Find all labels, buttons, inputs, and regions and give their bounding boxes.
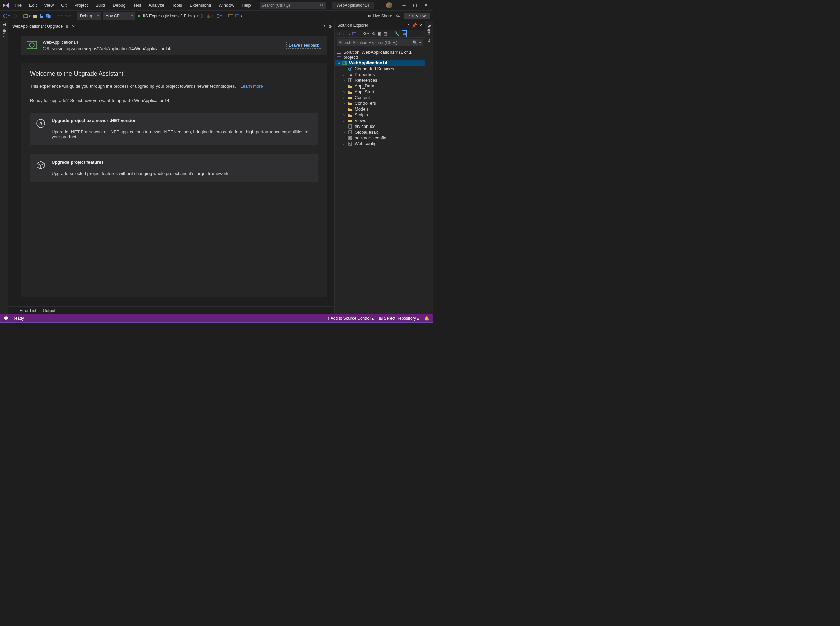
- save-all-button[interactable]: [46, 13, 51, 19]
- menu-window[interactable]: Window: [215, 2, 237, 9]
- start-without-debug-button[interactable]: [201, 13, 204, 19]
- menu-view[interactable]: View: [41, 2, 57, 9]
- tree-node[interactable]: ▷Views: [334, 118, 425, 124]
- nav-back-button[interactable]: ▾: [3, 13, 10, 19]
- switch-views-icon[interactable]: [352, 30, 356, 37]
- upgrade-option-features[interactable]: Upgrade project features Upgrade selecte…: [30, 154, 318, 182]
- explorer-dropdown-icon[interactable]: ▾: [408, 23, 410, 28]
- menu-analyze[interactable]: Analyze: [145, 2, 167, 9]
- learn-more-link[interactable]: Learn more: [240, 84, 263, 89]
- tree-node-label: Models: [354, 106, 369, 111]
- menu-test[interactable]: Test: [130, 2, 145, 9]
- expand-arrow-icon[interactable]: ▷: [342, 102, 345, 105]
- close-button[interactable]: ✕: [423, 3, 428, 8]
- new-item-button[interactable]: ▾: [23, 13, 31, 19]
- collapse-all-icon[interactable]: ▣: [377, 30, 381, 37]
- menu-edit[interactable]: Edit: [26, 2, 40, 9]
- expand-arrow-icon[interactable]: ▷: [342, 90, 345, 94]
- svg-rect-26: [350, 79, 352, 82]
- maximize-button[interactable]: ▢: [412, 3, 417, 8]
- expand-arrow-icon[interactable]: ◢: [337, 61, 340, 65]
- error-list-tab[interactable]: Error List: [17, 307, 39, 314]
- project-node[interactable]: ◢ WebApplication14: [334, 60, 425, 66]
- properties-tab[interactable]: Properties: [425, 21, 433, 315]
- menu-help[interactable]: Help: [238, 2, 254, 9]
- close-tab-icon[interactable]: ✕: [72, 24, 75, 29]
- pending-changes-filter-icon[interactable]: ⟳▾: [364, 30, 369, 37]
- tab-dropdown-icon[interactable]: ▾: [324, 24, 325, 29]
- solution-node[interactable]: Solution 'WebApplication14' (1 of 1 proj…: [334, 49, 425, 60]
- leave-feedback-link[interactable]: Leave Feedback: [286, 42, 322, 49]
- tree-node[interactable]: ▷Scripts: [334, 112, 425, 118]
- menu-debug[interactable]: Debug: [109, 2, 129, 9]
- close-icon[interactable]: ✕: [419, 23, 422, 28]
- expand-arrow-icon[interactable]: ▷: [342, 113, 345, 117]
- menu-project[interactable]: Project: [71, 2, 91, 9]
- forward-icon[interactable]: ▷: [342, 30, 345, 37]
- config-select[interactable]: Debug▾: [77, 12, 101, 20]
- chat-icon[interactable]: 💬: [4, 316, 9, 321]
- tree-node[interactable]: ▷Content: [334, 95, 425, 100]
- refresh-button[interactable]: ▾: [215, 13, 222, 19]
- sync-icon[interactable]: ⟲: [372, 30, 375, 37]
- menu-tools[interactable]: Tools: [169, 2, 186, 9]
- select-repository-button[interactable]: ▦ Select Repository ▴: [379, 316, 419, 321]
- expand-arrow-icon[interactable]: ▷: [342, 142, 345, 146]
- config-icon: [347, 141, 353, 146]
- tree-node[interactable]: ▷Controllers: [334, 100, 425, 106]
- tree-node[interactable]: favicon.ico: [334, 124, 425, 129]
- add-source-control-button[interactable]: ↑ Add to Source Control ▴: [328, 316, 373, 321]
- global-search-input[interactable]: Search (Ctrl+Q): [260, 2, 326, 9]
- preview-button[interactable]: PREVIEW: [404, 13, 430, 19]
- menu-git[interactable]: Git: [58, 2, 70, 9]
- tree-node[interactable]: ▷Web.config: [334, 141, 425, 147]
- menubar: File Edit View Git Project Build Debug T…: [0, 0, 433, 11]
- tree-node[interactable]: ▷App_Start: [334, 89, 425, 95]
- expand-arrow-icon[interactable]: ▷: [342, 79, 345, 82]
- save-button[interactable]: [39, 13, 44, 19]
- pin-icon[interactable]: 📌: [412, 23, 417, 28]
- output-tab[interactable]: Output: [41, 307, 58, 314]
- start-debug-button[interactable]: IIS Express (Microsoft Edge) ▾: [137, 13, 199, 19]
- feedback-icon[interactable]: [396, 13, 400, 19]
- menu-build[interactable]: Build: [92, 2, 108, 9]
- tree-node[interactable]: ▷Properties: [334, 72, 425, 77]
- panel-heading: Welcome to the Upgrade Assistant!: [30, 70, 318, 77]
- expand-arrow-icon[interactable]: ▷: [342, 131, 345, 134]
- document-tab[interactable]: WebApplication14: Upgrade ⊕ ✕: [8, 22, 78, 31]
- editor-column: WebApplication14: Upgrade ⊕ ✕ ▾ ⚙ WebApp…: [8, 21, 334, 315]
- explorer-search-input[interactable]: Search Solution Explorer (Ctrl+;) 🔍▾: [337, 39, 423, 47]
- expand-arrow-icon[interactable]: ▷: [342, 73, 345, 76]
- notifications-icon[interactable]: 🔔: [425, 316, 429, 321]
- tree-node[interactable]: App_Data: [334, 83, 425, 89]
- nav-forward-button[interactable]: [12, 13, 17, 19]
- expand-arrow-icon[interactable]: ▷: [342, 119, 345, 122]
- home-icon[interactable]: ⌂: [347, 30, 350, 37]
- tree-node[interactable]: ▷Global.asax: [334, 129, 425, 135]
- live-share-button[interactable]: Live Share: [367, 13, 392, 19]
- tree-node[interactable]: packages.config: [334, 135, 425, 141]
- pin-icon[interactable]: ⊕: [66, 24, 69, 29]
- expand-arrow-icon[interactable]: ▷: [342, 96, 345, 99]
- browser-link-dashboard-button[interactable]: ▾: [235, 13, 242, 19]
- back-icon[interactable]: ◁: [337, 30, 340, 37]
- minimize-button[interactable]: ─: [402, 3, 406, 8]
- browser-link-button[interactable]: [228, 13, 233, 19]
- tree-node[interactable]: Models: [334, 106, 425, 112]
- toolbox-tab[interactable]: Toolbox: [0, 21, 8, 315]
- platform-select[interactable]: Any CPU▾: [103, 12, 135, 20]
- hot-reload-button[interactable]: 🔥▾: [206, 13, 214, 19]
- open-button[interactable]: [33, 13, 37, 19]
- gear-icon[interactable]: ⚙: [328, 24, 332, 29]
- show-all-files-icon[interactable]: ▤: [383, 30, 387, 37]
- menu-extensions[interactable]: Extensions: [186, 2, 215, 9]
- tree-node[interactable]: ▷References: [334, 77, 425, 83]
- avatar[interactable]: [386, 2, 392, 8]
- menu-file[interactable]: File: [11, 2, 25, 9]
- redo-button[interactable]: ↷▾: [65, 13, 71, 19]
- properties-icon[interactable]: 🔧: [394, 30, 399, 37]
- tree-node[interactable]: Connected Services: [334, 66, 425, 72]
- undo-button[interactable]: ↶▾: [57, 13, 63, 19]
- upgrade-option-net-version[interactable]: N Upgrade project to a newer .NET versio…: [30, 113, 318, 146]
- preview-selected-icon[interactable]: ▭: [402, 30, 407, 37]
